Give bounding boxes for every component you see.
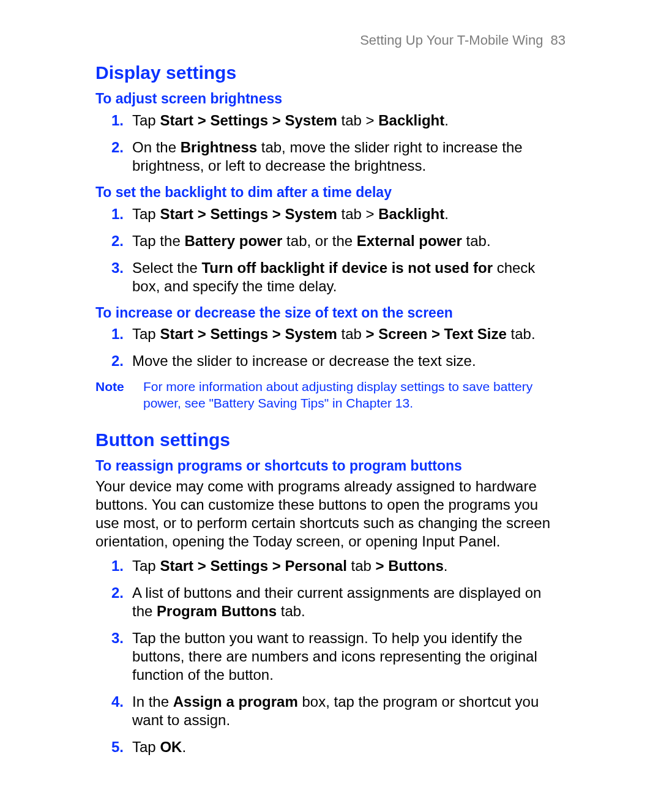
step-text: Tap [132, 557, 160, 574]
step-number: 4. [111, 693, 124, 711]
step-text: Tap the button you want to reassign. To … [132, 630, 537, 683]
step-text: Tap [132, 326, 160, 342]
step-bold: Start > Settings > System [160, 112, 337, 129]
steps-reassign: 1. Tap Start > Settings > Personal tab >… [95, 557, 566, 756]
step: 1. Tap Start > Settings > System tab > S… [132, 325, 566, 343]
step-text: . [444, 206, 449, 222]
step-text: On the [132, 139, 181, 155]
step-bold: Start > Settings > Personal [160, 557, 346, 574]
chapter-title: Setting Up Your T-Mobile Wing [360, 32, 543, 48]
step-number: 2. [111, 584, 124, 602]
step-number: 1. [111, 557, 124, 575]
step-bold: > Screen > Text Size [366, 326, 507, 342]
page-number: 83 [551, 32, 566, 48]
step-text: tab > [337, 112, 378, 129]
step: 1. Tap Start > Settings > System tab > B… [132, 111, 566, 130]
step-bold: External power [357, 233, 462, 249]
step-text: . [444, 557, 448, 574]
step-text: Select the [132, 259, 201, 276]
step-number: 3. [111, 629, 124, 647]
subhead-text-size: To increase or decrease the size of text… [95, 304, 566, 322]
subhead-backlight-dim: To set the backlight to dim after a time… [95, 184, 566, 201]
step-bold: Backlight [378, 112, 444, 129]
step-number: 2. [111, 232, 124, 250]
step: 2. Move the slider to increase or decrea… [132, 352, 566, 370]
subhead-reassign: To reassign programs or shortcuts to pro… [95, 457, 566, 475]
step-number: 1. [111, 325, 124, 343]
step-text: tab. [277, 603, 305, 619]
step: 2. A list of buttons and their current a… [132, 584, 566, 620]
step-text: Tap [132, 112, 160, 129]
step-bold: Turn off backlight if device is not used… [201, 259, 493, 276]
step-bold: Assign a program [173, 693, 298, 710]
step: 3. Select the Turn off backlight if devi… [132, 259, 566, 296]
step-text: In the [132, 693, 173, 710]
step-number: 5. [111, 738, 124, 756]
section-heading-buttons: Button settings [95, 428, 566, 452]
step: 4. In the Assign a program box, tap the … [132, 693, 566, 729]
step-text: tab. [462, 233, 491, 249]
steps-backlight-dim: 1. Tap Start > Settings > System tab > B… [95, 205, 566, 296]
steps-brightness: 1. Tap Start > Settings > System tab > B… [95, 111, 566, 175]
step-text: tab. [507, 326, 536, 342]
step-bold: OK [160, 739, 182, 755]
step-text: Tap [132, 739, 160, 755]
step-number: 1. [111, 205, 124, 223]
subhead-brightness: To adjust screen brightness [95, 90, 566, 108]
steps-text-size: 1. Tap Start > Settings > System tab > S… [95, 325, 566, 370]
step-number: 1. [111, 111, 124, 130]
step-bold: Start > Settings > System [160, 206, 337, 222]
intro-paragraph: Your device may come with programs alrea… [95, 477, 566, 551]
note-block: Note For more information about adjustin… [95, 379, 566, 411]
note-label: Note [95, 379, 143, 411]
step-number: 2. [111, 138, 124, 157]
step-text: Tap [132, 206, 160, 222]
step-bold: Start > Settings > System [160, 326, 337, 342]
step-bold: Battery power [184, 233, 282, 249]
step-text: tab [347, 557, 376, 574]
step-text: Move the slider to increase or decrease … [132, 352, 476, 369]
step: 2. Tap the Battery power tab, or the Ext… [132, 232, 566, 250]
step-text: tab [337, 326, 366, 342]
step-text: . [182, 739, 186, 755]
step-bold: > Buttons [376, 557, 444, 574]
step-text: Tap the [132, 233, 184, 249]
step-text: . [444, 112, 449, 129]
step: 3. Tap the button you want to reassign. … [132, 629, 566, 684]
step-text: tab > [337, 206, 378, 222]
step: 1. Tap Start > Settings > System tab > B… [132, 205, 566, 223]
step-number: 2. [111, 352, 124, 370]
step: 2. On the Brightness tab, move the slide… [132, 138, 566, 175]
note-body: For more information about adjusting dis… [143, 379, 566, 411]
section-heading-display: Display settings [95, 61, 566, 84]
step-number: 3. [111, 259, 124, 277]
step-text: tab, or the [282, 233, 356, 249]
running-header: Setting Up Your T-Mobile Wing 83 [95, 32, 566, 49]
step: 1. Tap Start > Settings > Personal tab >… [132, 557, 566, 575]
step: 5. Tap OK. [132, 738, 566, 756]
manual-page: Setting Up Your T-Mobile Wing 83 Display… [0, 0, 661, 812]
step-bold: Brightness [181, 139, 257, 155]
step-bold: Backlight [378, 206, 444, 222]
step-bold: Program Buttons [157, 603, 277, 619]
